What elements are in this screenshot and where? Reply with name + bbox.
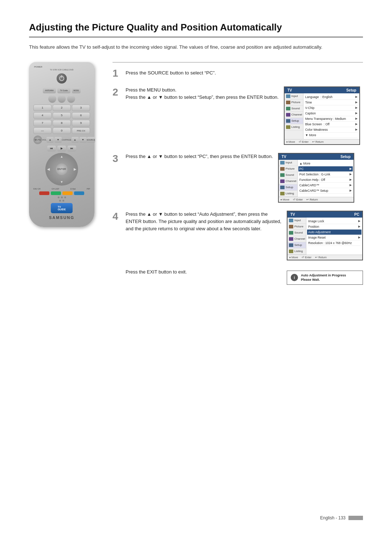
menu-pc-highlighted: PC ▶ xyxy=(298,166,353,172)
num-2[interactable]: 2 xyxy=(53,105,71,111)
step-4-content: Press the ▲ or ▼ button to select “Auto … xyxy=(126,211,363,260)
setup-icon-1 xyxy=(286,119,290,123)
dot-5 xyxy=(62,200,64,202)
exit-box-line2: Please Wait. xyxy=(301,277,346,282)
sidebar-sound-2: Sound xyxy=(279,172,297,178)
dots-row-1 xyxy=(33,196,90,198)
vol-down[interactable]: ▼ xyxy=(54,137,62,143)
mute-button[interactable]: MUTE xyxy=(33,135,42,144)
num-8[interactable]: 8 xyxy=(53,120,71,126)
nav-up-arrow[interactable]: ▲ xyxy=(60,155,64,158)
red-button[interactable] xyxy=(39,191,49,195)
power-icon xyxy=(59,76,64,81)
num-9[interactable]: 9 xyxy=(72,120,90,126)
mode-button[interactable]: MODE xyxy=(72,88,81,93)
tv-guide-button[interactable]: TV Guide xyxy=(57,88,70,93)
vol-up[interactable]: ▲ xyxy=(46,137,54,143)
tv-screen-3-body: Input Picture Sound xyxy=(287,218,362,255)
step-2-inner: Press the MENU button. Press the ▲ or ▼ … xyxy=(126,86,363,145)
tv-screen-1-main: Language : English ▶ Time ▶ V-Chip xyxy=(303,93,359,139)
page-footer: English - 133 xyxy=(320,515,363,520)
vol-label: VOL xyxy=(42,139,46,141)
sidebar-input-3: Input xyxy=(287,218,306,224)
source-button[interactable]: SOURCE xyxy=(87,137,95,143)
rewind-button[interactable]: ⏮ xyxy=(47,146,56,151)
menu-language: Language : English ▶ xyxy=(305,94,358,100)
remote-control: POWER TV STB VCR CABLE DVD ANTENNA TV Gu… xyxy=(29,62,94,227)
antenna-button[interactable]: ANTENNA xyxy=(43,88,56,93)
listing-icon-1 xyxy=(286,125,290,129)
num-6[interactable]: 6 xyxy=(72,112,90,119)
tv-guide-box[interactable]: TVGUIDE xyxy=(51,203,73,213)
nav-left-arrow[interactable]: ◀ xyxy=(47,167,50,171)
dot-3 xyxy=(64,196,66,198)
pre-ch-btn[interactable]: PRE-CH xyxy=(72,127,90,134)
blue-button[interactable] xyxy=(74,191,84,195)
remote-wrap: POWER TV STB VCR CABLE DVD ANTENNA TV Gu… xyxy=(29,62,102,227)
play-button[interactable]: ▶ xyxy=(57,146,66,151)
intro-text: This feature allows the TV to self-adjus… xyxy=(29,43,363,51)
fwd-button[interactable]: ⏭ xyxy=(68,146,76,151)
enter-button[interactable]: ENTER xyxy=(56,163,68,175)
sound-icon-2 xyxy=(280,173,285,177)
ch-buttons: ▲ ▼ xyxy=(72,137,87,143)
exit-step-content: Press the EXIT button to exit. xyxy=(126,268,282,276)
vol-buttons: ▲ ▼ xyxy=(46,137,62,143)
step-4-inner: Press the ▲ or ▼ button to select “Auto … xyxy=(126,211,363,260)
exit-box: i Auto Adjustment in Progress Please Wai… xyxy=(287,271,363,285)
menu-auto-adjustment: Auto Adjustment xyxy=(307,230,362,235)
power-button[interactable] xyxy=(57,73,67,84)
step-4-text-block: Press the ▲ or ▼ button to select “Auto … xyxy=(126,211,282,232)
step-2-text-block: Press the MENU button. Press the ▲ or ▼ … xyxy=(126,86,279,101)
num-5[interactable]: 5 xyxy=(53,112,71,119)
sidebar-channel-1: Channel xyxy=(285,112,303,118)
nav-ring[interactable]: ▲ ▼ ◀ ▶ ENTER xyxy=(45,153,78,186)
menu-cablecard: CableCARD™ ▶ xyxy=(299,183,352,188)
input-icon-1 xyxy=(286,94,290,98)
menu-blue-screen: Blue Screen : Off ▶ xyxy=(305,122,358,127)
tv-screen-1-sidebar: Input Picture Sound xyxy=(285,93,303,139)
round-btn-3[interactable] xyxy=(67,95,75,103)
nav-right-arrow[interactable]: ▶ xyxy=(74,167,76,171)
picture-icon-1 xyxy=(286,101,290,104)
exit-box-line1: Auto Adjustment in Progress xyxy=(301,273,346,278)
num-0[interactable]: 0 xyxy=(53,127,71,134)
menu-caption: Caption ▶ xyxy=(305,111,358,116)
num-3[interactable]: 3 xyxy=(72,105,90,111)
tv-screen-2-footer: ♦ Move ⏎ Enter ↩ Return xyxy=(279,197,354,202)
power-label: POWER xyxy=(34,66,42,68)
round-btn-2[interactable] xyxy=(58,95,66,103)
tv-screen-2-header: TV Setup xyxy=(279,154,354,160)
picture-icon-3 xyxy=(289,225,293,228)
green-button[interactable] xyxy=(51,191,61,195)
divider xyxy=(113,62,363,62)
nav-down-arrow[interactable]: ▼ xyxy=(60,180,64,184)
steps-section: 1 Press the SOURCE button to select “PC”… xyxy=(113,62,363,285)
mode-labels: TV STB VCR CABLE DVD xyxy=(33,69,90,71)
tv-screen-3-main: Image Lock ▶ Position ▶ Auto xyxy=(306,218,362,255)
sidebar-input-1: Input xyxy=(285,93,303,100)
num-7[interactable]: 7 xyxy=(33,120,52,126)
menu-function-help: Function Help : Off ▶ xyxy=(299,177,352,183)
num-1[interactable]: 1 xyxy=(33,105,52,111)
ch-up[interactable]: ▲ xyxy=(72,137,79,143)
num-dash[interactable]: — xyxy=(33,127,52,134)
page-number: English - 133 xyxy=(320,515,346,520)
num-4[interactable]: 4 xyxy=(33,112,52,119)
step-4-number: 4 xyxy=(113,211,121,222)
round-btn-1[interactable] xyxy=(48,95,56,103)
step-2: 2 Press the MENU button. Press the ▲ or … xyxy=(113,86,363,145)
step-3-number: 3 xyxy=(113,154,121,164)
tv-guide-label: TVGUIDE xyxy=(58,206,66,211)
menu-cablecard-setup: CableCARD™ Setup ▶ xyxy=(299,188,352,194)
sidebar-picture-2: Picture xyxy=(279,166,297,172)
step-1: 1 Press the SOURCE button to select “PC”… xyxy=(113,68,363,78)
sidebar-picture-3: Picture xyxy=(287,224,306,230)
channel-icon-3 xyxy=(289,237,293,241)
menu-image-lock: Image Lock ▶ xyxy=(308,219,360,224)
menu-port-selection: Port Selection : G-Link ▶ xyxy=(299,172,352,177)
sound-icon-1 xyxy=(286,107,290,110)
ch-down[interactable]: ▼ xyxy=(79,137,87,143)
sidebar-listing-1: Listing xyxy=(285,124,303,130)
yellow-button[interactable] xyxy=(62,191,73,195)
